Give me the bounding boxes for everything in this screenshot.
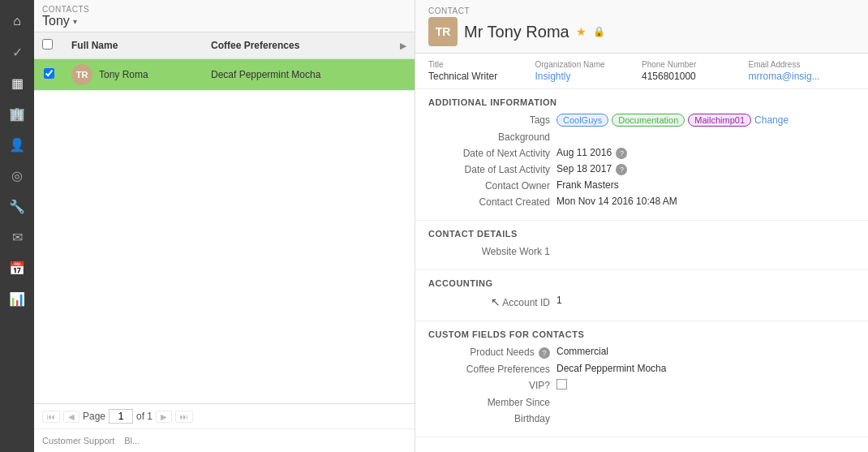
account-id-row: ↖ Account ID 1 bbox=[428, 295, 855, 308]
vip-value bbox=[556, 379, 855, 392]
prev-page-button[interactable]: ◀ bbox=[63, 411, 79, 423]
customer-support-link[interactable]: Customer Support bbox=[42, 436, 114, 446]
fullname-cell: TR Tony Roma bbox=[63, 59, 203, 91]
phone-label: Phone Number bbox=[642, 60, 739, 69]
background-row: Background bbox=[428, 131, 855, 143]
footer-links: Customer Support Bl... bbox=[34, 428, 415, 452]
tags-value: CoolGuys Documentation Mailchimp01 Chang… bbox=[556, 114, 855, 127]
blog-link[interactable]: Bl... bbox=[124, 436, 140, 446]
account-id-label: ↖ Account ID bbox=[428, 295, 550, 308]
custom-fields-title: CUSTOM FIELDS FOR CONTACTS bbox=[428, 329, 855, 339]
cursor-arrow-icon: ↖ bbox=[491, 295, 501, 308]
member-since-label: Member Since bbox=[428, 396, 550, 408]
member-since-row: Member Since bbox=[428, 396, 855, 408]
target-icon[interactable]: ◎ bbox=[2, 161, 32, 190]
star-icon[interactable]: ★ bbox=[576, 25, 587, 38]
additional-info-title: ADDITIONAL INFORMATION bbox=[428, 97, 855, 107]
grid-icon[interactable]: ▦ bbox=[2, 68, 32, 97]
owner-label: Contact Owner bbox=[428, 179, 550, 192]
coffee-preferences-row: Coffee Preferences Decaf Peppermint Moch… bbox=[428, 363, 855, 375]
detail-panel: CONTACT TR Mr Tony Roma ★ 🔒 Title Techni… bbox=[415, 0, 868, 452]
lock-icon: 🔒 bbox=[593, 26, 605, 37]
coffee-preferences-cell: Decaf Peppermint Mocha bbox=[203, 59, 392, 91]
contacts-title-text: Tony bbox=[42, 14, 70, 28]
contact-details-section: CONTACT DETAILS Website Work 1 bbox=[415, 221, 868, 270]
detail-header: CONTACT TR Mr Tony Roma ★ 🔒 bbox=[415, 0, 868, 54]
tags-row-field: Tags CoolGuys Documentation Mailchimp01 … bbox=[428, 114, 855, 127]
tag-mailchimp[interactable]: Mailchimp01 bbox=[688, 114, 751, 127]
calendar-icon[interactable]: 📅 bbox=[2, 253, 32, 282]
chart-icon[interactable]: 📊 bbox=[2, 284, 32, 313]
table-header-row: Full Name Coffee Preferences ▶ bbox=[34, 32, 415, 59]
last-activity-label: Date of Last Activity bbox=[428, 163, 550, 175]
home-icon[interactable]: ⌂ bbox=[2, 6, 32, 36]
building-icon[interactable]: 🏢 bbox=[2, 99, 32, 128]
contact-details-title: CONTACT DETAILS bbox=[428, 229, 855, 239]
tag-coolguys[interactable]: CoolGuys bbox=[556, 114, 608, 127]
next-activity-label: Date of Next Activity bbox=[428, 147, 550, 159]
next-activity-row: Date of Next Activity Aug 11 2016 ? bbox=[428, 147, 855, 159]
people-icon[interactable]: 👤 bbox=[2, 130, 32, 159]
avatar: TR bbox=[71, 64, 92, 85]
last-activity-row: Date of Last Activity Sep 18 2017 ? bbox=[428, 163, 855, 175]
accounting-title: ACCOUNTING bbox=[428, 278, 855, 288]
last-page-button[interactable]: ⏭ bbox=[175, 411, 193, 423]
org-value[interactable]: Insightly bbox=[535, 71, 633, 82]
owner-value: Frank Masters bbox=[556, 179, 855, 191]
created-label: Contact Created bbox=[428, 196, 550, 208]
website-row: Website Work 1 bbox=[428, 245, 855, 257]
product-needs-row: Product Needs ? Commercial bbox=[428, 346, 855, 359]
product-needs-help-icon[interactable]: ? bbox=[539, 347, 550, 359]
product-needs-label: Product Needs ? bbox=[428, 346, 550, 359]
table-row[interactable]: TR Tony Roma Decaf Peppermint Mocha bbox=[34, 59, 415, 91]
birthday-row: Birthday bbox=[428, 412, 855, 424]
phone-cell: Phone Number 4156801000 bbox=[642, 60, 749, 82]
vip-row: VIP? bbox=[428, 379, 855, 392]
title-value: Technical Writer bbox=[428, 71, 526, 82]
tool-icon[interactable]: 🔧 bbox=[2, 192, 32, 221]
pagination: ⏮ ◀ Page of 1 ▶ ⏭ bbox=[34, 403, 415, 428]
website-label: Website Work 1 bbox=[428, 245, 550, 257]
page-label: Page bbox=[83, 411, 105, 422]
email-label: Email Address bbox=[749, 60, 846, 69]
accounting-section: ACCOUNTING ↖ Account ID 1 bbox=[415, 270, 868, 321]
contact-fullname: Tony Roma bbox=[99, 69, 148, 80]
created-value: Mon Nov 14 2016 10:48 AM bbox=[556, 196, 855, 207]
title-cell: Title Technical Writer bbox=[428, 60, 535, 82]
page-input[interactable] bbox=[109, 409, 133, 424]
check-icon[interactable]: ✓ bbox=[2, 37, 32, 67]
sidebar: ⌂ ✓ ▦ 🏢 👤 ◎ 🔧 ✉ 📅 📊 bbox=[0, 0, 34, 452]
contact-label-small: CONTACT bbox=[428, 6, 855, 15]
mail-icon[interactable]: ✉ bbox=[2, 222, 32, 252]
last-activity-value: Sep 18 2017 ? bbox=[556, 163, 855, 175]
account-id-value: 1 bbox=[556, 295, 855, 306]
next-page-button[interactable]: ▶ bbox=[156, 411, 172, 423]
org-label: Organization Name bbox=[535, 60, 633, 69]
tag-documentation[interactable]: Documentation bbox=[612, 114, 685, 127]
last-activity-help-icon[interactable]: ? bbox=[616, 164, 627, 175]
row-checkbox[interactable] bbox=[44, 68, 54, 79]
first-page-button[interactable]: ⏮ bbox=[42, 411, 60, 423]
tags-container: CoolGuys Documentation Mailchimp01 Chang… bbox=[556, 114, 855, 127]
vip-checkbox bbox=[556, 379, 567, 390]
of-label: of 1 bbox=[136, 411, 153, 422]
product-needs-value: Commercial bbox=[556, 346, 855, 357]
select-all-checkbox[interactable] bbox=[42, 39, 53, 50]
expand-icon[interactable]: ▶ bbox=[400, 41, 406, 50]
select-all-header bbox=[34, 32, 63, 59]
owner-row: Contact Owner Frank Masters bbox=[428, 179, 855, 192]
org-cell: Organization Name Insightly bbox=[535, 60, 642, 82]
change-tags-button[interactable]: Change bbox=[754, 114, 789, 126]
contact-avatar: TR bbox=[428, 17, 458, 46]
phone-value: 4156801000 bbox=[642, 71, 739, 82]
contacts-dropdown-arrow[interactable]: ▾ bbox=[73, 17, 77, 26]
main-content: CONTACTS Tony ▾ Full Name Coffee Prefere… bbox=[34, 0, 868, 452]
contact-name: Mr Tony Roma bbox=[464, 23, 569, 41]
contact-name-row: TR Mr Tony Roma ★ 🔒 bbox=[428, 17, 855, 46]
avatar-name-group: TR Tony Roma bbox=[71, 64, 195, 85]
expand-col: ▶ bbox=[392, 32, 415, 59]
row-checkbox-cell bbox=[34, 59, 63, 91]
next-activity-value: Aug 11 2016 ? bbox=[556, 147, 855, 159]
email-value[interactable]: mrroma@insig... bbox=[749, 71, 846, 82]
next-activity-help-icon[interactable]: ? bbox=[616, 148, 627, 159]
